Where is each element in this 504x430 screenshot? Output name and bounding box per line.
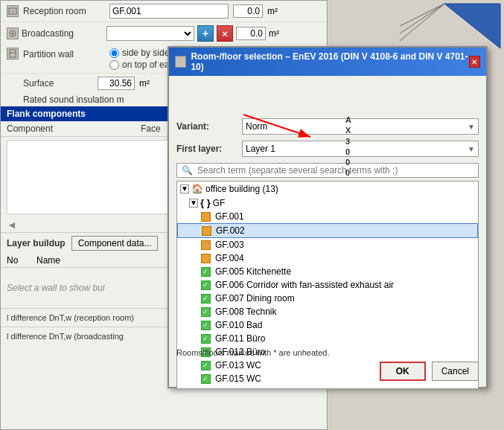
gf006-label: GF.006 Corridor with fan-assisted exhaus…: [215, 280, 394, 290]
variant-label: Variant:: [176, 121, 236, 132]
red-arrow: [236, 107, 325, 147]
first-layer-dropdown-icon: ▼: [468, 145, 475, 153]
layer-buildup-label: Layer buildup: [7, 238, 66, 248]
building-icon: 🏠: [191, 183, 203, 194]
tree-item-gf001[interactable]: GF.001: [177, 210, 478, 223]
room-icon-gf011: [201, 334, 211, 344]
modal-footer: Rooms/floors marked with * are unheated.…: [169, 347, 486, 381]
modal-window-icon: [175, 56, 186, 68]
svg-point-3: [12, 33, 14, 35]
tree-gf-group[interactable]: ▼ { } GF: [177, 196, 478, 210]
room-icon-gf007: [201, 294, 211, 304]
gf010-label: GF.010 Bad: [215, 320, 262, 330]
ax-label: A X 3 0 0 0: [345, 115, 351, 179]
broadcasting-unit: m²: [269, 28, 279, 39]
broadcasting-label: Broadcasting: [22, 28, 103, 39]
layer-col-no: No: [7, 255, 36, 266]
svg-rect-4: [10, 50, 16, 57]
partition-label: Partition wall: [23, 48, 105, 60]
variant-row: Variant: Norm ▼: [176, 115, 479, 138]
svg-rect-1: [11, 10, 14, 14]
room-icon-gf001: [201, 212, 211, 222]
modal-title: Room-/floor selection – EnEV 2016 (DIN V…: [191, 51, 468, 72]
gf003-label: GF.003: [215, 240, 244, 250]
partition-icon: [7, 48, 19, 60]
cancel-button[interactable]: Cancel: [432, 362, 479, 381]
tree-item-gf003[interactable]: GF.003: [177, 238, 478, 251]
gf-brace-open: { }: [200, 197, 211, 208]
room-icon-gf005: [201, 267, 211, 277]
room-icon-gf008: [201, 307, 211, 317]
remove-broadcasting-button[interactable]: ×: [217, 25, 233, 42]
svg-marker-6: [444, 4, 500, 48]
modal-titlebar: Room-/floor selection – EnEV 2016 (DIN V…: [169, 48, 486, 76]
sound-insulation-label: Rated sound insulation m: [23, 94, 124, 105]
gf002-label: GF.002: [216, 225, 245, 236]
tree-item-gf007[interactable]: GF.007 Dining room: [177, 292, 478, 305]
room-icon-gf003: [201, 240, 211, 250]
first-layer-row: First layer: Layer 1 ▼: [176, 138, 479, 160]
reception-value: 0.0: [233, 4, 263, 18]
search-row: 🔍: [176, 163, 479, 178]
tree-item-gf010[interactable]: GF.010 Bad: [177, 318, 478, 332]
svg-line-8: [400, 4, 444, 33]
reception-unit: m²: [267, 6, 278, 16]
room-icon-gf010: [201, 321, 211, 330]
svg-line-11: [243, 115, 310, 137]
gf008-label: GF.008 Technik: [215, 307, 277, 317]
broadcasting-value: 0.0: [236, 27, 266, 40]
broadcasting-icon: [7, 28, 19, 39]
root-toggle[interactable]: ▼: [180, 184, 189, 193]
tree-item-gf008[interactable]: GF.008 Technik: [177, 305, 478, 318]
room-icon-gf006: [201, 280, 211, 290]
gf001-label: GF.001: [215, 211, 244, 222]
unheated-note: Rooms/floors marked with * are unheated.: [176, 347, 479, 359]
gf-toggle[interactable]: ▼: [189, 199, 198, 208]
reception-label: Reception room: [23, 6, 105, 16]
tree-item-gf006[interactable]: GF.006 Corridor with fan-assisted exhaus…: [177, 278, 478, 292]
tree-item-gf011[interactable]: GF.011 Büro: [177, 332, 478, 345]
gf-label: GF: [213, 198, 226, 208]
tree-item-gf004[interactable]: GF.004: [177, 251, 478, 265]
surface-value: 30.56: [98, 77, 135, 90]
gf011-label: GF.011 Büro: [215, 333, 265, 344]
search-icon: 🔍: [182, 165, 193, 176]
tree-item-gf002[interactable]: GF.002: [177, 223, 478, 238]
root-label: office building (13): [205, 184, 278, 194]
layer-col-name: Name: [36, 255, 141, 266]
broadcasting-row: Broadcasting + × 0.0 m²: [1, 22, 327, 45]
flank-col-component: Component: [7, 123, 141, 134]
search-input[interactable]: [197, 165, 473, 176]
component-data-button[interactable]: Component data...: [71, 236, 159, 251]
tree-root[interactable]: ▼ 🏠 office building (13): [177, 182, 478, 196]
room-icon-gf004: [201, 254, 211, 263]
button-row: OK Cancel: [176, 362, 479, 381]
room-floor-selection-dialog: Room-/floor selection – EnEV 2016 (DIN V…: [168, 46, 488, 388]
room-icon-gf002: [202, 226, 211, 236]
broadcasting-select[interactable]: [106, 26, 194, 41]
variant-dropdown-icon: ▼: [468, 123, 475, 131]
surface-label: Surface: [23, 78, 93, 89]
gf005-label: GF.005 Kitchenette: [215, 266, 291, 277]
decorative-triangle: [400, 0, 504, 52]
tree-item-gf005[interactable]: GF.005 Kitchenette: [177, 265, 478, 278]
left-arrow-icon: ◄: [7, 219, 17, 231]
gf007-label: GF.007 Dining room: [215, 293, 295, 304]
modal-close-button[interactable]: ×: [469, 56, 480, 68]
first-layer-label: First layer:: [176, 144, 236, 154]
add-broadcasting-button[interactable]: +: [197, 25, 214, 42]
ok-button[interactable]: OK: [380, 362, 426, 381]
reception-room-row: Reception room 0.0 m²: [1, 1, 327, 22]
surface-unit: m²: [139, 78, 150, 89]
gf004-label: GF.004: [215, 253, 244, 263]
reception-input[interactable]: [109, 4, 229, 19]
reception-icon: [7, 5, 19, 17]
modal-titlebar-left: Room-/floor selection – EnEV 2016 (DIN V…: [175, 51, 469, 72]
